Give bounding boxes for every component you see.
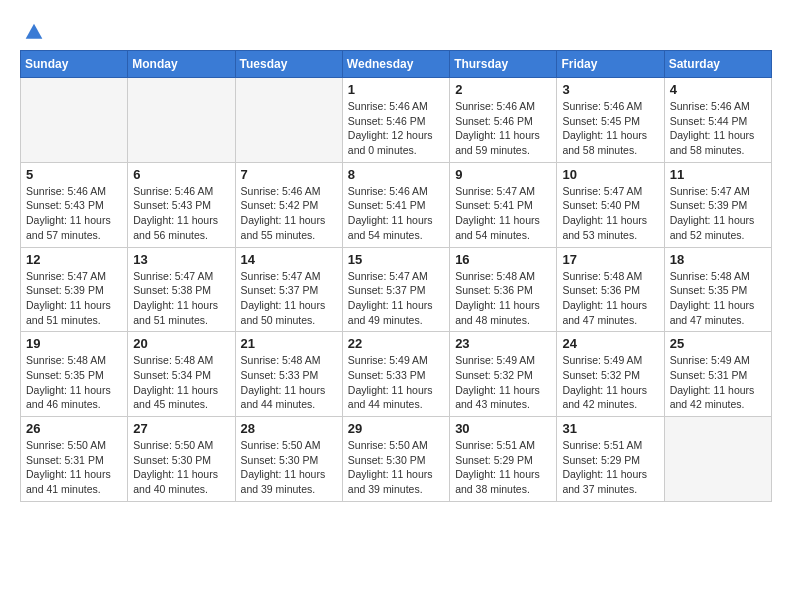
day-info: Sunrise: 5:48 AMSunset: 5:35 PMDaylight:… — [26, 353, 122, 412]
calendar-cell: 24Sunrise: 5:49 AMSunset: 5:32 PMDayligh… — [557, 332, 664, 417]
calendar-cell: 25Sunrise: 5:49 AMSunset: 5:31 PMDayligh… — [664, 332, 771, 417]
calendar-cell — [235, 78, 342, 163]
day-number: 18 — [670, 252, 766, 267]
logo-icon — [24, 22, 44, 42]
calendar-cell — [21, 78, 128, 163]
day-number: 7 — [241, 167, 337, 182]
svg-marker-0 — [26, 24, 43, 39]
calendar-week-row: 5Sunrise: 5:46 AMSunset: 5:43 PMDaylight… — [21, 162, 772, 247]
day-info: Sunrise: 5:46 AMSunset: 5:45 PMDaylight:… — [562, 99, 658, 158]
day-number: 17 — [562, 252, 658, 267]
day-number: 1 — [348, 82, 444, 97]
day-info: Sunrise: 5:47 AMSunset: 5:38 PMDaylight:… — [133, 269, 229, 328]
day-info: Sunrise: 5:47 AMSunset: 5:41 PMDaylight:… — [455, 184, 551, 243]
weekday-header-thursday: Thursday — [450, 51, 557, 78]
day-number: 28 — [241, 421, 337, 436]
day-info: Sunrise: 5:48 AMSunset: 5:34 PMDaylight:… — [133, 353, 229, 412]
day-number: 26 — [26, 421, 122, 436]
day-number: 5 — [26, 167, 122, 182]
day-info: Sunrise: 5:46 AMSunset: 5:43 PMDaylight:… — [26, 184, 122, 243]
day-number: 3 — [562, 82, 658, 97]
day-info: Sunrise: 5:47 AMSunset: 5:37 PMDaylight:… — [241, 269, 337, 328]
day-info: Sunrise: 5:47 AMSunset: 5:39 PMDaylight:… — [26, 269, 122, 328]
day-info: Sunrise: 5:49 AMSunset: 5:32 PMDaylight:… — [562, 353, 658, 412]
day-info: Sunrise: 5:48 AMSunset: 5:33 PMDaylight:… — [241, 353, 337, 412]
day-info: Sunrise: 5:50 AMSunset: 5:30 PMDaylight:… — [348, 438, 444, 497]
calendar-week-row: 19Sunrise: 5:48 AMSunset: 5:35 PMDayligh… — [21, 332, 772, 417]
calendar-cell: 29Sunrise: 5:50 AMSunset: 5:30 PMDayligh… — [342, 417, 449, 502]
day-info: Sunrise: 5:47 AMSunset: 5:37 PMDaylight:… — [348, 269, 444, 328]
calendar-cell: 15Sunrise: 5:47 AMSunset: 5:37 PMDayligh… — [342, 247, 449, 332]
day-info: Sunrise: 5:50 AMSunset: 5:30 PMDaylight:… — [241, 438, 337, 497]
calendar-cell: 17Sunrise: 5:48 AMSunset: 5:36 PMDayligh… — [557, 247, 664, 332]
calendar-cell: 4Sunrise: 5:46 AMSunset: 5:44 PMDaylight… — [664, 78, 771, 163]
calendar-cell: 31Sunrise: 5:51 AMSunset: 5:29 PMDayligh… — [557, 417, 664, 502]
calendar-cell: 2Sunrise: 5:46 AMSunset: 5:46 PMDaylight… — [450, 78, 557, 163]
day-info: Sunrise: 5:46 AMSunset: 5:46 PMDaylight:… — [348, 99, 444, 158]
day-info: Sunrise: 5:46 AMSunset: 5:44 PMDaylight:… — [670, 99, 766, 158]
weekday-header-tuesday: Tuesday — [235, 51, 342, 78]
calendar-cell: 11Sunrise: 5:47 AMSunset: 5:39 PMDayligh… — [664, 162, 771, 247]
calendar-cell: 1Sunrise: 5:46 AMSunset: 5:46 PMDaylight… — [342, 78, 449, 163]
day-number: 16 — [455, 252, 551, 267]
weekday-header-sunday: Sunday — [21, 51, 128, 78]
calendar-cell: 9Sunrise: 5:47 AMSunset: 5:41 PMDaylight… — [450, 162, 557, 247]
calendar-week-row: 26Sunrise: 5:50 AMSunset: 5:31 PMDayligh… — [21, 417, 772, 502]
calendar-cell: 19Sunrise: 5:48 AMSunset: 5:35 PMDayligh… — [21, 332, 128, 417]
day-number: 15 — [348, 252, 444, 267]
day-number: 9 — [455, 167, 551, 182]
day-info: Sunrise: 5:48 AMSunset: 5:36 PMDaylight:… — [562, 269, 658, 328]
calendar-week-row: 1Sunrise: 5:46 AMSunset: 5:46 PMDaylight… — [21, 78, 772, 163]
calendar-cell: 21Sunrise: 5:48 AMSunset: 5:33 PMDayligh… — [235, 332, 342, 417]
day-number: 4 — [670, 82, 766, 97]
weekday-header-monday: Monday — [128, 51, 235, 78]
day-number: 10 — [562, 167, 658, 182]
day-info: Sunrise: 5:51 AMSunset: 5:29 PMDaylight:… — [455, 438, 551, 497]
calendar-cell: 16Sunrise: 5:48 AMSunset: 5:36 PMDayligh… — [450, 247, 557, 332]
calendar-cell: 14Sunrise: 5:47 AMSunset: 5:37 PMDayligh… — [235, 247, 342, 332]
day-info: Sunrise: 5:49 AMSunset: 5:32 PMDaylight:… — [455, 353, 551, 412]
day-number: 31 — [562, 421, 658, 436]
calendar-cell: 10Sunrise: 5:47 AMSunset: 5:40 PMDayligh… — [557, 162, 664, 247]
calendar-cell: 22Sunrise: 5:49 AMSunset: 5:33 PMDayligh… — [342, 332, 449, 417]
day-info: Sunrise: 5:50 AMSunset: 5:31 PMDaylight:… — [26, 438, 122, 497]
day-number: 20 — [133, 336, 229, 351]
logo — [20, 20, 44, 42]
calendar-cell: 7Sunrise: 5:46 AMSunset: 5:42 PMDaylight… — [235, 162, 342, 247]
day-number: 27 — [133, 421, 229, 436]
day-number: 21 — [241, 336, 337, 351]
calendar-cell: 27Sunrise: 5:50 AMSunset: 5:30 PMDayligh… — [128, 417, 235, 502]
page-header — [20, 20, 772, 42]
day-info: Sunrise: 5:46 AMSunset: 5:42 PMDaylight:… — [241, 184, 337, 243]
day-info: Sunrise: 5:51 AMSunset: 5:29 PMDaylight:… — [562, 438, 658, 497]
day-number: 14 — [241, 252, 337, 267]
calendar-cell — [664, 417, 771, 502]
calendar-cell — [128, 78, 235, 163]
day-number: 13 — [133, 252, 229, 267]
weekday-header-saturday: Saturday — [664, 51, 771, 78]
day-number: 19 — [26, 336, 122, 351]
calendar-cell: 3Sunrise: 5:46 AMSunset: 5:45 PMDaylight… — [557, 78, 664, 163]
calendar-cell: 20Sunrise: 5:48 AMSunset: 5:34 PMDayligh… — [128, 332, 235, 417]
calendar-cell: 12Sunrise: 5:47 AMSunset: 5:39 PMDayligh… — [21, 247, 128, 332]
day-number: 23 — [455, 336, 551, 351]
day-number: 12 — [26, 252, 122, 267]
weekday-header-friday: Friday — [557, 51, 664, 78]
day-number: 11 — [670, 167, 766, 182]
day-number: 24 — [562, 336, 658, 351]
calendar-cell: 28Sunrise: 5:50 AMSunset: 5:30 PMDayligh… — [235, 417, 342, 502]
day-info: Sunrise: 5:49 AMSunset: 5:33 PMDaylight:… — [348, 353, 444, 412]
weekday-header-wednesday: Wednesday — [342, 51, 449, 78]
day-number: 25 — [670, 336, 766, 351]
day-info: Sunrise: 5:47 AMSunset: 5:40 PMDaylight:… — [562, 184, 658, 243]
calendar-table: SundayMondayTuesdayWednesdayThursdayFrid… — [20, 50, 772, 502]
calendar-cell: 30Sunrise: 5:51 AMSunset: 5:29 PMDayligh… — [450, 417, 557, 502]
day-info: Sunrise: 5:49 AMSunset: 5:31 PMDaylight:… — [670, 353, 766, 412]
calendar-cell: 6Sunrise: 5:46 AMSunset: 5:43 PMDaylight… — [128, 162, 235, 247]
calendar-cell: 26Sunrise: 5:50 AMSunset: 5:31 PMDayligh… — [21, 417, 128, 502]
day-number: 22 — [348, 336, 444, 351]
day-info: Sunrise: 5:46 AMSunset: 5:41 PMDaylight:… — [348, 184, 444, 243]
day-info: Sunrise: 5:46 AMSunset: 5:46 PMDaylight:… — [455, 99, 551, 158]
day-number: 2 — [455, 82, 551, 97]
day-number: 30 — [455, 421, 551, 436]
